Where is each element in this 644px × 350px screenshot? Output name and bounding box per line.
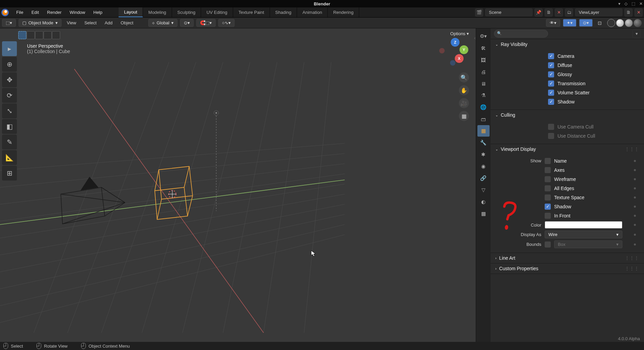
- tab-animation[interactable]: Animation: [297, 7, 328, 17]
- drag-handle-icon[interactable]: ⋮⋮⋮: [625, 147, 639, 151]
- mode-dropdown[interactable]: ▢ Object Mode ▾: [19, 19, 61, 27]
- checkbox-distance-cull[interactable]: [548, 133, 554, 139]
- shading-wireframe-icon[interactable]: [607, 19, 615, 27]
- toolmenu-add[interactable]: Add: [102, 19, 115, 26]
- checkbox-volume-scatter[interactable]: ✓: [548, 90, 554, 96]
- tool-select-box[interactable]: ▸: [2, 41, 17, 56]
- checkbox-bounds[interactable]: [545, 241, 551, 248]
- new-scene-icon[interactable]: 🗎: [545, 8, 553, 17]
- editor-type-icon[interactable]: ⚙▾: [477, 30, 490, 42]
- collapse-handle-icon[interactable]: ‹: [474, 35, 476, 41]
- delete-scene-icon[interactable]: ✕: [555, 8, 563, 17]
- scene-name-input[interactable]: Scene: [485, 8, 532, 16]
- snap-dropdown[interactable]: 🧲⬚▾: [196, 19, 216, 27]
- xray-toggle[interactable]: ⊡: [595, 19, 604, 27]
- tab-object-icon[interactable]: ▦: [477, 125, 490, 137]
- tool-annotate[interactable]: ✎: [2, 135, 17, 149]
- tab-particles-icon[interactable]: ✱: [477, 149, 490, 160]
- animate-dot-icon[interactable]: [634, 206, 636, 208]
- animate-dot-icon[interactable]: [634, 224, 636, 226]
- animate-dot-icon[interactable]: [634, 243, 636, 246]
- animate-dot-icon[interactable]: [634, 160, 636, 162]
- checkbox-diffuse[interactable]: ✓: [548, 62, 554, 68]
- tool-measure[interactable]: 📐: [2, 150, 17, 165]
- display-as-dropdown[interactable]: Wire▾: [545, 231, 622, 238]
- toolmenu-object[interactable]: Object: [118, 19, 136, 26]
- browse-viewlayer-icon[interactable]: 🗂: [565, 8, 573, 17]
- tab-layout[interactable]: Layout: [119, 7, 143, 17]
- nav-gizmo[interactable]: Z Y X: [438, 38, 468, 68]
- visibility-dropdown[interactable]: 👁▾: [546, 19, 560, 27]
- select-mode-subtract[interactable]: [35, 31, 43, 39]
- animate-dot-icon[interactable]: [634, 178, 636, 180]
- drag-handle-icon[interactable]: ⋮⋮⋮: [625, 266, 639, 271]
- axis-y-icon[interactable]: Y: [460, 45, 468, 54]
- proportional-dropdown[interactable]: ○∿▾: [218, 19, 234, 27]
- tab-texture-icon[interactable]: ▩: [477, 208, 490, 219]
- animate-dot-icon[interactable]: [634, 187, 636, 189]
- editor-type-dropdown[interactable]: ⬚▾: [2, 19, 16, 27]
- pin-scene-icon[interactable]: 📌: [535, 8, 543, 17]
- camera-view-icon[interactable]: 🎥: [459, 98, 469, 108]
- header-line-art[interactable]: › Line Art ⋮⋮⋮: [491, 253, 644, 263]
- window-minimize-icon[interactable]: ▾: [618, 1, 620, 6]
- tab-texture-paint[interactable]: Texture Paint: [233, 7, 270, 17]
- animate-dot-icon[interactable]: [634, 234, 636, 236]
- animate-dot-icon[interactable]: [634, 215, 636, 217]
- menu-render[interactable]: Render: [43, 10, 66, 15]
- window-restore-icon[interactable]: ◇: [624, 1, 627, 6]
- tab-physics-icon[interactable]: ◉: [477, 161, 490, 172]
- options-menu-icon[interactable]: ▾: [633, 30, 641, 38]
- color-swatch[interactable]: [545, 221, 622, 229]
- tab-modifiers-icon[interactable]: 🔧: [477, 137, 490, 148]
- tool-move[interactable]: ✥: [2, 72, 17, 87]
- window-close-icon[interactable]: ✕: [639, 1, 643, 6]
- tool-scale[interactable]: ⤡: [2, 103, 17, 118]
- axis-z-icon[interactable]: Z: [451, 38, 460, 47]
- checkbox-camera-cull[interactable]: [548, 124, 554, 130]
- toolmenu-view[interactable]: View: [64, 19, 79, 26]
- search-input[interactable]: [494, 30, 548, 38]
- tab-tool-icon[interactable]: 🛠: [477, 42, 490, 54]
- pivot-dropdown[interactable]: ⊙▾: [180, 19, 194, 27]
- perspective-icon[interactable]: ▦: [459, 111, 469, 121]
- drag-handle-icon[interactable]: ⋮⋮⋮: [625, 256, 639, 260]
- tab-render-icon[interactable]: 🖼: [477, 54, 490, 66]
- tab-data-icon[interactable]: ▽: [477, 184, 490, 196]
- viewport-options-dropdown[interactable]: Options ▾: [447, 30, 472, 38]
- checkbox-camera[interactable]: ✓: [548, 53, 554, 59]
- blender-logo-icon[interactable]: [1, 9, 9, 16]
- select-mode-intersect[interactable]: [52, 31, 60, 39]
- menu-window[interactable]: Window: [66, 10, 89, 15]
- select-mode-invert[interactable]: [44, 31, 52, 39]
- tab-rendering[interactable]: Rendering: [328, 7, 359, 17]
- viewlayer-name-input[interactable]: ViewLayer: [575, 8, 622, 16]
- gizmo-dropdown[interactable]: ✦▾: [563, 19, 576, 27]
- checkbox-shadow[interactable]: ✓: [548, 99, 554, 105]
- menu-edit[interactable]: Edit: [27, 10, 43, 15]
- bounds-dropdown[interactable]: Box▾: [554, 240, 622, 248]
- shading-matpreview-icon[interactable]: [625, 19, 633, 27]
- browse-scene-icon[interactable]: 🎬: [475, 8, 483, 17]
- tab-world-icon[interactable]: 🌐: [477, 101, 490, 113]
- header-custom-properties[interactable]: › Custom Properties ⋮⋮⋮: [491, 263, 644, 274]
- tab-sculpting[interactable]: Sculpting: [172, 7, 201, 17]
- header-ray-visibility[interactable]: ⌄ Ray Visibility: [491, 39, 644, 49]
- checkbox-in-front[interactable]: [545, 213, 551, 219]
- menu-help[interactable]: Help: [89, 10, 106, 15]
- pan-icon[interactable]: ✋: [459, 85, 469, 95]
- window-maximize-icon[interactable]: ⬚: [631, 1, 635, 6]
- tool-transform[interactable]: ◧: [2, 119, 17, 134]
- checkbox-wireframe-display[interactable]: [545, 176, 551, 182]
- checkbox-transmission[interactable]: ✓: [548, 80, 554, 87]
- checkbox-texture-space[interactable]: [545, 194, 551, 201]
- axis-x-icon[interactable]: X: [455, 54, 464, 63]
- animate-dot-icon[interactable]: [634, 169, 636, 171]
- tool-rotate[interactable]: ⟳: [2, 88, 17, 103]
- overlay-dropdown[interactable]: ⊙▾: [579, 19, 593, 27]
- select-mode-new[interactable]: [18, 31, 26, 39]
- select-mode-extend[interactable]: [27, 31, 35, 39]
- tab-material-icon[interactable]: ◐: [477, 196, 490, 208]
- animate-dot-icon[interactable]: [634, 196, 636, 199]
- checkbox-shadow-display[interactable]: ✓: [545, 204, 551, 210]
